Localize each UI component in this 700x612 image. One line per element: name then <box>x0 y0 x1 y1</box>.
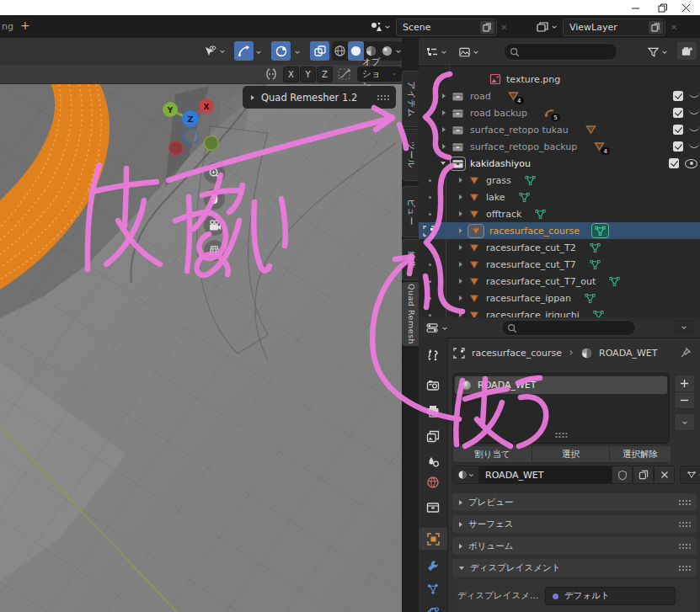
outliner-filter-button[interactable] <box>647 44 668 60</box>
scene-browse-button[interactable] <box>369 19 391 35</box>
list-item-selected[interactable]: racesurface_course <box>419 222 700 239</box>
list-resize-grip[interactable] <box>555 432 568 438</box>
outliner-search-input[interactable] <box>504 43 617 61</box>
eye-closed-icon[interactable] <box>689 109 699 114</box>
panel-displacement[interactable]: ディスプレイスメント <box>452 559 697 577</box>
list-item[interactable]: surface_retopo_backup 4 <box>419 138 700 155</box>
tab-modifiers[interactable] <box>419 555 447 577</box>
sidebar-tab-tool[interactable]: ツール <box>402 129 419 181</box>
tab-render[interactable] <box>419 375 447 396</box>
expand-arrow-icon[interactable] <box>459 262 462 267</box>
collapse-arrow-icon[interactable] <box>441 162 446 165</box>
expand-arrow-icon[interactable] <box>459 279 462 284</box>
checkbox-icon[interactable] <box>669 158 679 168</box>
eye-closed-icon[interactable] <box>689 125 699 131</box>
tab-object[interactable] <box>419 528 447 550</box>
proportional-falloff-icon[interactable] <box>336 67 353 81</box>
checkbox-icon[interactable] <box>673 141 683 152</box>
outliner-filter-image-button[interactable] <box>458 44 479 60</box>
expand-arrow-icon[interactable] <box>442 110 446 115</box>
pin-icon[interactable] <box>680 347 692 359</box>
list-item[interactable]: road 4 <box>419 88 700 104</box>
outliner-display-mode-button[interactable] <box>425 44 447 60</box>
pan-button[interactable] <box>204 189 225 210</box>
sidebar-tab-item[interactable]: アイテム <box>402 71 419 127</box>
material-slot-list[interactable]: ROADA_WET <box>452 373 670 444</box>
panel-grip-icon[interactable] <box>377 94 389 100</box>
expand-arrow-icon[interactable] <box>459 211 462 216</box>
sidebar-tab-edit[interactable]: 編集 <box>402 239 419 280</box>
eye-open-icon[interactable] <box>685 159 697 168</box>
axis-x-toggle[interactable]: X <box>283 67 299 82</box>
list-item[interactable]: texture.png <box>419 71 700 88</box>
unlink-scene-icon[interactable]: ✕ <box>500 23 507 32</box>
list-item[interactable]: racesurface_cut_T7_out <box>419 273 700 290</box>
view-layer-browse-button[interactable] <box>536 19 558 35</box>
eye-closed-icon[interactable] <box>689 142 699 148</box>
expand-arrow-icon[interactable] <box>459 245 462 250</box>
options-dropdown[interactable]: オプション <box>357 67 402 82</box>
panel-grip-icon[interactable] <box>678 543 691 549</box>
gizmo-minus-y-ball[interactable] <box>205 136 219 151</box>
expand-arrow-icon[interactable] <box>442 93 446 98</box>
displacement-method-dropdown[interactable]: デフォルト <box>545 587 676 605</box>
viewport-3d-scene[interactable] <box>0 83 402 612</box>
chevron-down-icon[interactable] <box>395 48 402 55</box>
proportional-edit-button[interactable] <box>271 41 291 61</box>
tab-tool[interactable] <box>419 344 447 366</box>
sidebar-tab-view[interactable]: ビュー <box>402 186 419 237</box>
panel-grip-icon[interactable] <box>678 565 691 571</box>
list-item[interactable]: racesurface_ippan <box>419 290 700 306</box>
remove-slot-button[interactable] <box>674 391 695 409</box>
expand-arrow-icon[interactable] <box>459 194 462 200</box>
workspace-tab-partial[interactable]: ng <box>2 21 13 32</box>
expand-arrow-icon[interactable] <box>459 295 462 301</box>
assign-button[interactable]: 割り当て <box>452 445 532 463</box>
shading-solid-button[interactable] <box>348 41 364 61</box>
list-item[interactable]: grass <box>419 172 700 189</box>
new-material-button[interactable] <box>633 466 654 484</box>
chevron-down-icon[interactable] <box>294 49 301 56</box>
material-name-input[interactable]: ROADA_WET <box>479 466 612 484</box>
properties-editor-type-button[interactable] <box>425 320 448 336</box>
list-item[interactable]: racesurface_cut_T7 <box>419 256 700 273</box>
panel-surface[interactable]: サーフェス <box>452 515 697 533</box>
remove-view-layer-icon[interactable]: ✕ <box>671 23 677 32</box>
expand-arrow-icon[interactable] <box>459 178 462 183</box>
scene-name-field[interactable]: Scene <box>396 19 497 36</box>
list-item[interactable]: road backup 5 <box>419 104 700 121</box>
properties-search-input[interactable] <box>501 320 636 336</box>
add-workspace-button[interactable]: + <box>20 19 30 32</box>
view-layer-name-field[interactable]: ViewLayer <box>563 19 665 36</box>
list-item[interactable]: kakidashiyou <box>419 155 700 172</box>
unlink-material-button[interactable] <box>654 466 675 484</box>
gizmo-minus-x-ball[interactable] <box>169 141 184 156</box>
select-button[interactable]: 選択 <box>532 445 610 463</box>
breadcrumb-object[interactable]: racesurface_course <box>472 348 562 359</box>
list-item[interactable]: offtrack <box>419 205 700 222</box>
quad-remesher-panel-header[interactable]: Quad Remesher 1.2 <box>243 86 396 109</box>
axis-z-toggle[interactable]: Z <box>317 67 333 82</box>
select-visible-button[interactable] <box>202 43 226 59</box>
new-scene-button[interactable] <box>480 21 494 34</box>
chevron-down-icon[interactable] <box>255 49 262 56</box>
expand-arrow-icon[interactable] <box>442 144 446 149</box>
slot-specials-button[interactable] <box>674 413 695 431</box>
mirror-butterfly-icon[interactable] <box>263 67 280 81</box>
tab-world[interactable] <box>419 471 447 493</box>
sidebar-tab-quad-remesh[interactable]: Quad Remesh <box>402 282 419 346</box>
ortho-toggle-button[interactable] <box>204 240 225 261</box>
properties-options-button[interactable] <box>674 320 694 334</box>
material-slot-selected[interactable]: ROADA_WET <box>455 376 667 394</box>
panel-preview[interactable]: プレビュー <box>452 493 697 511</box>
axis-y-toggle[interactable]: Y <box>300 67 316 82</box>
tab-collection[interactable] <box>419 497 447 519</box>
fake-user-button[interactable] <box>612 466 633 484</box>
zoom-button[interactable] <box>204 162 225 184</box>
tab-output[interactable] <box>419 400 447 422</box>
tab-physics[interactable] <box>419 600 447 612</box>
panel-grip-icon[interactable] <box>678 521 691 527</box>
camera-view-button[interactable] <box>204 215 225 236</box>
navigation-gizmo[interactable]: Y X Z <box>152 84 236 160</box>
new-collection-button[interactable] <box>677 42 697 60</box>
